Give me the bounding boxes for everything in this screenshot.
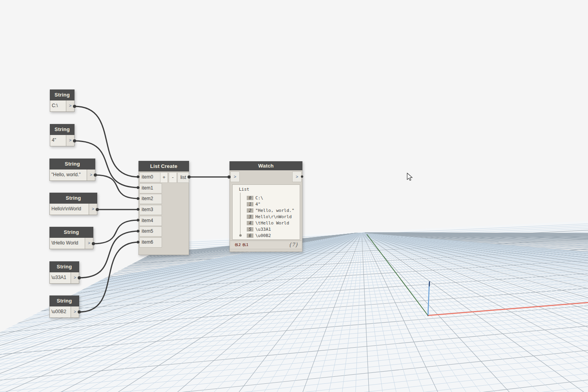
- input-port-item1[interactable]: item1: [139, 183, 162, 193]
- dynamo-canvas[interactable]: { "canvas": { "background_color": "#f5f5…: [0, 0, 588, 392]
- node-title[interactable]: String: [49, 295, 79, 306]
- item-index-badge: 3: [247, 215, 253, 219]
- string-value-input[interactable]: C:\: [50, 100, 66, 111]
- string-node-0[interactable]: String C:\ >: [50, 89, 75, 112]
- watch-node[interactable]: Watch > > List 0 C:\ 1 4" 2 "Hello, worl…: [229, 161, 302, 252]
- string-node-4[interactable]: String \tHello World >: [49, 227, 93, 249]
- list-create-node[interactable]: List Create item0 item1 item2 item3 item…: [138, 161, 189, 255]
- item-index-badge: 1: [247, 202, 253, 206]
- watch-footer: @L2 @L1 {7}: [230, 241, 302, 249]
- z-axis-tip: [429, 281, 430, 286]
- string-value-input[interactable]: \tHello World: [50, 238, 85, 249]
- list-item-row: 4 \tHello World: [233, 220, 300, 226]
- list-item-row: 0 C:\: [233, 195, 300, 201]
- string-node-1[interactable]: String 4" >: [50, 124, 75, 146]
- item-value: 4": [255, 201, 260, 207]
- add-input-button[interactable]: +: [160, 172, 168, 183]
- item-index-badge: 2: [247, 208, 253, 213]
- output-port[interactable]: >: [87, 170, 95, 181]
- item-index-badge: 4: [247, 221, 253, 225]
- node-title[interactable]: String: [50, 124, 75, 135]
- watch-input-port[interactable]: >: [230, 171, 240, 182]
- item-index-badge: 5: [247, 227, 253, 232]
- input-port-item2[interactable]: item2: [139, 194, 162, 204]
- string-node-2[interactable]: String "Hello, world." >: [49, 159, 95, 181]
- remove-input-button[interactable]: -: [169, 172, 177, 183]
- input-port-item4[interactable]: item4: [139, 216, 162, 226]
- output-port[interactable]: >: [66, 135, 74, 146]
- input-port-item0[interactable]: item0: [139, 172, 162, 182]
- item-index-badge: 6: [247, 233, 253, 238]
- string-value-input[interactable]: 4": [50, 135, 66, 146]
- origin-point: [427, 315, 428, 316]
- string-value-input[interactable]: \u00B2: [50, 306, 71, 317]
- node-title[interactable]: String: [49, 261, 79, 272]
- item-index-badge: 0: [247, 196, 253, 200]
- string-value-input[interactable]: Hello\r\nWorld: [50, 204, 89, 215]
- list-root-label: List: [239, 187, 249, 192]
- node-title[interactable]: String: [49, 159, 95, 170]
- node-title[interactable]: String: [50, 89, 75, 100]
- string-node-5[interactable]: String \u33A1 >: [49, 261, 79, 284]
- string-value-input[interactable]: "Hello, world.": [50, 170, 87, 181]
- list-item-row: 3 Hello\r\nWorld: [233, 214, 300, 220]
- node-title[interactable]: Watch: [229, 161, 302, 170]
- lacing-labels[interactable]: @L2 @L1: [235, 243, 248, 247]
- list-count-badge: {7}: [288, 242, 298, 248]
- item-value: \tHello World: [255, 220, 289, 226]
- input-port-item3[interactable]: item3: [139, 205, 162, 215]
- item-value: "Hello, world.": [255, 208, 294, 213]
- list-output-port[interactable]: list: [177, 172, 189, 183]
- output-port[interactable]: >: [71, 272, 79, 283]
- output-port[interactable]: >: [71, 306, 79, 317]
- output-port[interactable]: >: [89, 204, 97, 215]
- input-port-item6[interactable]: item6: [139, 237, 162, 248]
- item-value: Hello\r\nWorld: [255, 214, 292, 220]
- output-port[interactable]: >: [85, 238, 93, 249]
- item-value: C:\: [255, 195, 263, 201]
- output-port[interactable]: >: [66, 100, 74, 111]
- string-value-input[interactable]: \u33A1: [50, 272, 71, 283]
- watch-output-port[interactable]: >: [292, 171, 302, 182]
- string-node-3[interactable]: String Hello\r\nWorld >: [49, 193, 97, 215]
- string-node-6[interactable]: String \u00B2 >: [49, 295, 79, 318]
- list-item-row: 2 "Hello, world.": [233, 208, 300, 214]
- input-port-item5[interactable]: item5: [139, 226, 162, 237]
- item-value: \u00B2: [255, 233, 271, 239]
- list-item-row: 6 \u00B2: [233, 233, 300, 239]
- item-value: \u33A1: [255, 226, 271, 232]
- node-title[interactable]: String: [49, 227, 93, 238]
- node-title[interactable]: List Create: [138, 161, 189, 171]
- list-item-row: 1 4": [233, 201, 300, 208]
- node-title[interactable]: String: [49, 193, 97, 204]
- list-item-row: 5 \u33A1: [233, 226, 300, 233]
- watch-list-display: List 0 C:\ 1 4" 2 "Hello, world." 3 Hell…: [232, 184, 300, 240]
